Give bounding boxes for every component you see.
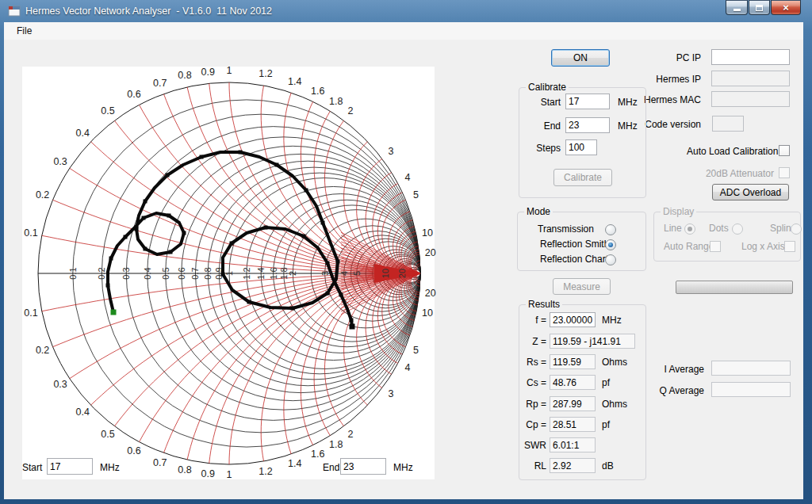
svg-text:2: 2: [348, 105, 354, 116]
display-spline-radio: [791, 223, 802, 235]
display-auto-range-checkbox: [710, 241, 721, 252]
result-cp-value: [550, 417, 596, 432]
svg-text:2: 2: [288, 271, 297, 276]
result-f-unit: MHz: [602, 315, 622, 326]
calibrate-group: Calibrate Start MHz End MHz Steps Calibr…: [519, 87, 646, 198]
svg-text:1.8: 1.8: [279, 267, 289, 279]
pc-ip-input[interactable]: [711, 49, 790, 65]
menu-file[interactable]: File: [11, 22, 37, 40]
mode-reflection-chart-label: Reflection Chart: [540, 254, 608, 265]
svg-text:0.4: 0.4: [76, 407, 90, 418]
display-group: Display Line Dots Spline Auto Range Log …: [653, 212, 801, 262]
svg-text:0.8: 0.8: [203, 267, 213, 279]
svg-text:4: 4: [405, 172, 411, 183]
svg-text:20: 20: [397, 269, 407, 278]
svg-text:20: 20: [425, 288, 436, 299]
i-average-label: I Average: [634, 364, 704, 375]
result-rl-value: [550, 458, 596, 473]
display-log-x-checkbox: [784, 241, 795, 252]
result-swr-label: SWR: [521, 440, 546, 451]
svg-text:1.2: 1.2: [259, 466, 272, 477]
svg-text:1.4: 1.4: [288, 458, 301, 469]
mode-reflection-smith-radio[interactable]: [605, 239, 616, 250]
svg-text:0.9: 0.9: [201, 67, 215, 78]
measure-button: Measure: [553, 278, 611, 295]
attenuator-checkbox: [779, 167, 790, 178]
svg-text:1.2: 1.2: [242, 267, 251, 279]
svg-text:0.6: 0.6: [127, 445, 140, 456]
smith-chart-panel: 0.10.10.20.20.30.30.40.40.50.50.60.60.70…: [22, 67, 435, 479]
pc-ip-label: PC IP: [634, 52, 701, 63]
sweep-start-input[interactable]: [47, 458, 93, 475]
mode-group-title: Mode: [524, 206, 553, 217]
results-group: Results f = MHz Z = Rs = Ohms Cs = pf Rp…: [519, 304, 646, 480]
svg-text:2: 2: [348, 429, 354, 440]
svg-text:1.8: 1.8: [329, 439, 343, 450]
code-version-field: [712, 116, 744, 132]
auto-load-calibration-checkbox[interactable]: [779, 145, 790, 156]
svg-text:0.3: 0.3: [53, 379, 67, 390]
svg-text:1.2: 1.2: [259, 68, 272, 79]
svg-text:1.6: 1.6: [311, 449, 324, 460]
mode-transmission-radio[interactable]: [605, 224, 616, 235]
result-cs-unit: pf: [602, 377, 610, 388]
calibrate-steps-input[interactable]: [565, 139, 597, 155]
svg-text:0.2: 0.2: [36, 345, 49, 356]
svg-text:0.8: 0.8: [178, 70, 191, 81]
sweep-start-unit: MHz: [100, 462, 120, 473]
q-average-field: [711, 382, 791, 397]
result-rs-label: Rs =: [521, 357, 546, 368]
svg-text:10: 10: [381, 269, 390, 278]
maximize-button[interactable]: [749, 0, 770, 15]
svg-text:1.8: 1.8: [329, 96, 343, 107]
calibrate-group-title: Calibrate: [526, 82, 569, 93]
result-rp-value: [550, 396, 596, 411]
svg-text:0.2: 0.2: [36, 189, 49, 200]
svg-text:1.6: 1.6: [311, 86, 324, 97]
on-button[interactable]: ON: [551, 49, 610, 67]
svg-text:0.7: 0.7: [190, 267, 200, 279]
progress-bar: [676, 281, 793, 294]
svg-text:0.1: 0.1: [24, 227, 37, 239]
calibrate-end-input[interactable]: [565, 117, 610, 133]
result-f-value[interactable]: [550, 312, 596, 327]
svg-text:0.9: 0.9: [201, 468, 215, 479]
svg-text:0.7: 0.7: [153, 457, 167, 468]
mode-transmission-label: Transmission: [538, 223, 594, 235]
result-rp-label: Rp =: [521, 399, 546, 410]
svg-text:1: 1: [227, 469, 232, 480]
svg-text:5: 5: [413, 345, 419, 356]
svg-text:1.4: 1.4: [288, 76, 301, 87]
adc-overload-button[interactable]: ADC Overload: [712, 184, 789, 200]
menu-bar: File: [4, 22, 803, 40]
svg-text:3: 3: [389, 388, 394, 399]
sweep-end-input[interactable]: [340, 458, 386, 475]
window-title: Hermes Vector Network Analyser - V1.6.0 …: [25, 0, 272, 22]
display-dots-radio: [732, 223, 743, 235]
close-button[interactable]: ×: [771, 0, 801, 15]
calibrate-end-unit: MHz: [618, 120, 638, 132]
maximize-icon: [756, 5, 763, 11]
calibrate-start-input[interactable]: [565, 94, 610, 109]
display-auto-range-label: Auto Range: [664, 241, 714, 252]
mode-reflection-chart-radio[interactable]: [605, 254, 616, 265]
i-average-field: [711, 361, 791, 376]
close-icon: ×: [783, 2, 789, 13]
result-swr-value: [550, 437, 596, 452]
calibrate-start-label: Start: [538, 97, 561, 108]
svg-text:5: 5: [413, 189, 419, 200]
svg-text:10: 10: [422, 227, 433, 239]
svg-text:5: 5: [352, 271, 362, 276]
result-cp-label: Cp =: [521, 419, 546, 430]
minimize-button[interactable]: [726, 0, 748, 15]
display-line-radio: [684, 223, 695, 235]
svg-text:4: 4: [405, 362, 411, 373]
svg-text:0.1: 0.1: [24, 307, 37, 319]
svg-text:0.7: 0.7: [153, 78, 167, 89]
mode-reflection-smith-label: Reflection Smith: [540, 239, 609, 250]
svg-text:0.3: 0.3: [121, 267, 131, 279]
mode-group: Mode Transmission Reflection Smith Refle…: [517, 212, 646, 271]
calibrate-start-unit: MHz: [618, 97, 638, 108]
svg-text:1.6: 1.6: [269, 267, 278, 279]
results-group-title: Results: [526, 299, 562, 310]
